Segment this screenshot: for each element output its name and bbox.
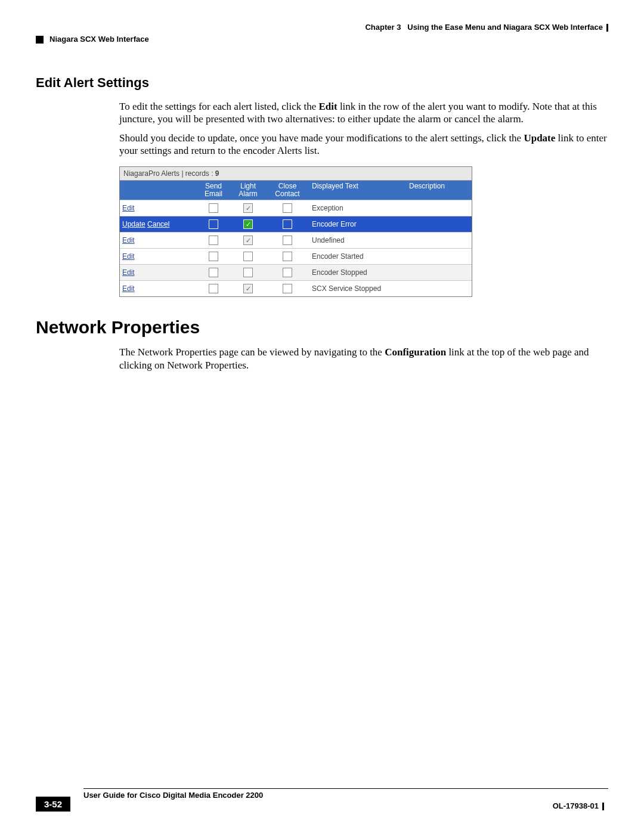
checkbox[interactable] xyxy=(283,252,292,261)
checkbox[interactable] xyxy=(209,284,218,293)
edit-link[interactable]: Edit xyxy=(122,284,135,293)
square-bullet-icon xyxy=(36,36,44,44)
alerts-table-header: SendEmail LightAlarm CloseContact Displa… xyxy=(120,181,472,200)
table-row: EditUndefined xyxy=(120,232,472,248)
footer-docnum: OL-17938-01 xyxy=(553,801,604,810)
edit-link[interactable]: Edit xyxy=(122,236,135,244)
heading-edit-alert-settings: Edit Alert Settings xyxy=(36,75,608,91)
checkbox[interactable] xyxy=(283,236,292,245)
description-cell xyxy=(407,205,472,211)
checkbox[interactable] xyxy=(243,252,253,261)
footer-guide-title: User Guide for Cisco Digital Media Encod… xyxy=(83,791,263,800)
checkbox[interactable] xyxy=(283,268,292,277)
table-row: EditEncoder Stopped xyxy=(120,264,472,280)
page-number: 3-52 xyxy=(36,797,70,812)
alerts-table-caption: NiagaraPro Alerts | records : 9 xyxy=(120,167,472,181)
checkbox[interactable] xyxy=(209,203,218,213)
checkbox[interactable] xyxy=(243,219,253,229)
running-header-left: Niagara SCX Web Interface xyxy=(36,35,608,44)
edit-link[interactable]: Edit xyxy=(122,204,135,212)
edit-link[interactable]: Edit xyxy=(122,252,135,261)
displayed-text: SCX Service Stopped xyxy=(309,281,407,296)
paragraph: To edit the settings for each alert list… xyxy=(119,100,608,126)
running-header-right: Chapter 3 Using the Ease Menu and Niagar… xyxy=(365,23,608,32)
table-row: EditSCX Service Stopped xyxy=(120,280,472,296)
description-cell xyxy=(407,286,472,292)
displayed-text: Encoder Stopped xyxy=(309,265,407,280)
checkbox[interactable] xyxy=(243,268,253,277)
paragraph: Should you decide to update, once you ha… xyxy=(119,132,608,157)
checkbox[interactable] xyxy=(209,236,218,245)
description-cell xyxy=(407,253,472,259)
paragraph: The Network Properties page can be viewe… xyxy=(119,346,608,371)
table-row: Update CancelEncoder Error xyxy=(120,216,472,232)
displayed-text: Undefined xyxy=(309,233,407,247)
checkbox[interactable] xyxy=(283,219,292,229)
table-row: EditEncoder Started xyxy=(120,248,472,264)
checkbox[interactable] xyxy=(209,252,218,261)
checkbox[interactable] xyxy=(243,203,253,213)
description-cell xyxy=(407,237,472,243)
heading-network-properties: Network Properties xyxy=(36,317,608,337)
description-cell xyxy=(407,270,472,275)
displayed-text: Encoder Started xyxy=(309,249,407,264)
cancel-link[interactable]: Cancel xyxy=(147,220,169,228)
checkbox[interactable] xyxy=(209,219,218,229)
displayed-text: Exception xyxy=(309,201,407,215)
checkbox[interactable] xyxy=(283,284,292,293)
checkbox[interactable] xyxy=(243,284,253,293)
update-link[interactable]: Update xyxy=(122,220,145,228)
checkbox[interactable] xyxy=(283,203,292,213)
alerts-table: NiagaraPro Alerts | records : 9 SendEmai… xyxy=(119,166,472,297)
table-row: EditException xyxy=(120,200,472,216)
checkbox[interactable] xyxy=(243,236,253,245)
displayed-text: Encoder Error xyxy=(309,217,407,231)
edit-link[interactable]: Edit xyxy=(122,268,135,277)
checkbox[interactable] xyxy=(209,268,218,277)
description-cell xyxy=(407,221,472,227)
